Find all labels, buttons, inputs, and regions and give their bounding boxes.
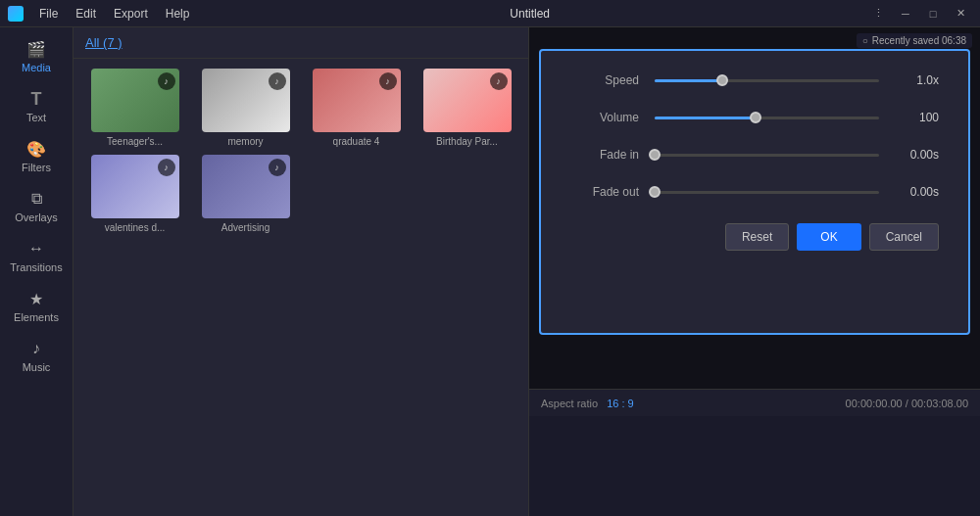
- cancel-button[interactable]: Cancel: [869, 223, 939, 251]
- menu-help[interactable]: Help: [162, 5, 194, 23]
- volume-slider[interactable]: [655, 108, 879, 127]
- timecode-display: 00:00:00.00 / 00:03:08.00: [846, 398, 968, 409]
- media-thumbnail: ♪: [91, 69, 179, 132]
- fade-in-track: [655, 154, 879, 157]
- speed-row: Speed 1.0x: [570, 70, 939, 90]
- titlebar: File Edit Export Help Untitled ⋮ ─ □ ✕: [0, 0, 980, 27]
- more-options-button[interactable]: ⋮: [866, 4, 890, 23]
- transitions-icon: ↔: [26, 239, 46, 258]
- media-item[interactable]: ♪ memory: [194, 69, 297, 147]
- volume-thumb[interactable]: [750, 112, 761, 123]
- fade-out-slider[interactable]: [655, 182, 879, 202]
- sidebar-item-text[interactable]: T Text: [0, 81, 73, 131]
- volume-value: 100: [895, 111, 939, 124]
- sidebar-item-filters[interactable]: 🎨 Filters: [0, 131, 73, 181]
- app-icon: [8, 6, 24, 22]
- sidebar-item-media[interactable]: 🎬 Media: [0, 31, 73, 81]
- speed-slider[interactable]: [655, 70, 879, 90]
- fade-out-row: Fade out 0.00s: [570, 182, 939, 202]
- close-button[interactable]: ✕: [949, 4, 972, 23]
- media-item-label: memory: [202, 136, 290, 147]
- media-icon: 🎬: [26, 39, 46, 59]
- sidebar: 🎬 Media T Text 🎨 Filters ⧉ Overlays ↔ Tr…: [0, 27, 74, 516]
- audio-settings-dialog: Speed 1.0x Volume: [539, 49, 970, 335]
- media-thumbnail: ♪: [313, 69, 401, 132]
- volume-fill: [655, 117, 756, 119]
- minimize-button[interactable]: ─: [894, 4, 917, 23]
- media-item[interactable]: ♪ qraduate 4: [305, 69, 408, 147]
- aspect-ratio-bar: Aspect ratio 16 : 9 00:00:00.00 / 00:03:…: [529, 389, 980, 416]
- recently-saved-text: Recently saved 06:38: [872, 35, 966, 46]
- ok-button[interactable]: OK: [797, 223, 860, 251]
- music-badge-icon: ♪: [158, 159, 175, 176]
- maximize-button[interactable]: □: [921, 4, 945, 23]
- fade-in-value: 0.00s: [895, 148, 939, 162]
- music-badge-icon: ♪: [158, 72, 175, 90]
- menu-edit[interactable]: Edit: [72, 5, 100, 23]
- window-controls: ⋮ ─ □ ✕: [866, 4, 972, 23]
- media-grid: ♪ Teenager's... ♪ memory ♪ qraduate 4: [74, 59, 528, 243]
- speed-thumb[interactable]: [716, 74, 728, 86]
- sidebar-label-text: Text: [26, 112, 46, 123]
- volume-label: Volume: [570, 111, 639, 124]
- speed-fill: [655, 79, 722, 82]
- window-title: Untitled: [510, 7, 550, 21]
- fade-out-thumb[interactable]: [649, 186, 661, 198]
- sidebar-label-overlays: Overlays: [15, 211, 57, 223]
- fade-out-track: [655, 191, 879, 194]
- sidebar-item-elements[interactable]: ★ Elements: [0, 281, 73, 331]
- sidebar-label-media: Media: [22, 62, 51, 73]
- elements-icon: ★: [26, 289, 46, 308]
- filters-icon: 🎨: [26, 139, 46, 159]
- volume-row: Volume 100: [570, 108, 939, 127]
- media-item[interactable]: ♪ valentines d...: [83, 155, 186, 233]
- right-panel: ○ Recently saved 06:38 Speed 1.0x: [529, 27, 980, 516]
- reset-button[interactable]: Reset: [725, 223, 789, 251]
- media-thumbnail: ♪: [91, 155, 179, 218]
- sidebar-label-filters: Filters: [22, 162, 51, 173]
- media-count-label: All (7 ): [85, 35, 122, 50]
- text-icon: T: [26, 89, 46, 109]
- music-badge-icon: ♪: [490, 72, 508, 90]
- fade-out-label: Fade out: [570, 185, 639, 199]
- music-badge-icon: ♪: [269, 72, 286, 90]
- media-item-label: Teenager's...: [91, 136, 179, 147]
- media-thumbnail: ♪: [423, 69, 512, 132]
- menu-file[interactable]: File: [35, 5, 62, 23]
- clock-icon: ○: [862, 35, 868, 46]
- titlebar-left: File Edit Export Help: [8, 5, 193, 23]
- media-item-label: qraduate 4: [313, 136, 401, 147]
- aspect-ratio-value: 16 : 9: [607, 398, 634, 409]
- main-layout: 🎬 Media T Text 🎨 Filters ⧉ Overlays ↔ Tr…: [0, 27, 980, 516]
- sidebar-item-overlays[interactable]: ⧉ Overlays: [0, 181, 73, 231]
- dialog-buttons: Reset OK Cancel: [570, 223, 939, 251]
- media-thumbnail: ♪: [202, 69, 290, 132]
- volume-track: [655, 117, 879, 119]
- speed-label: Speed: [570, 73, 639, 87]
- media-item-label: valentines d...: [91, 222, 179, 233]
- titlebar-menu: File Edit Export Help: [35, 5, 193, 23]
- fade-in-thumb[interactable]: [649, 149, 661, 161]
- sidebar-label-music: Music: [23, 361, 51, 373]
- overlays-icon: ⧉: [26, 189, 46, 209]
- aspect-ratio-label: Aspect ratio 16 : 9: [541, 398, 634, 409]
- media-item[interactable]: ♪ Teenager's...: [83, 69, 186, 147]
- media-item[interactable]: ♪ Birthday Par...: [416, 69, 518, 147]
- speed-track: [655, 79, 879, 82]
- music-badge-icon: ♪: [269, 159, 286, 176]
- fade-in-label: Fade in: [570, 148, 639, 162]
- music-icon: ♪: [26, 339, 46, 358]
- sidebar-item-transitions[interactable]: ↔ Transitions: [0, 231, 73, 281]
- media-panel-header: All (7 ): [74, 27, 528, 59]
- sidebar-label-elements: Elements: [14, 311, 59, 323]
- sidebar-label-transitions: Transitions: [10, 261, 62, 273]
- media-panel: All (7 ) ♪ Teenager's... ♪ memory ♪: [74, 27, 529, 516]
- media-item[interactable]: ♪ Advertising: [194, 155, 297, 233]
- recently-saved-badge: ○ Recently saved 06:38: [857, 33, 972, 48]
- fade-in-slider[interactable]: [655, 145, 879, 164]
- menu-export[interactable]: Export: [110, 5, 152, 23]
- preview-area: ○ Recently saved 06:38 Speed 1.0x: [529, 27, 980, 389]
- fade-out-value: 0.00s: [895, 185, 939, 199]
- sidebar-item-music[interactable]: ♪ Music: [0, 331, 73, 381]
- speed-value: 1.0x: [895, 73, 939, 87]
